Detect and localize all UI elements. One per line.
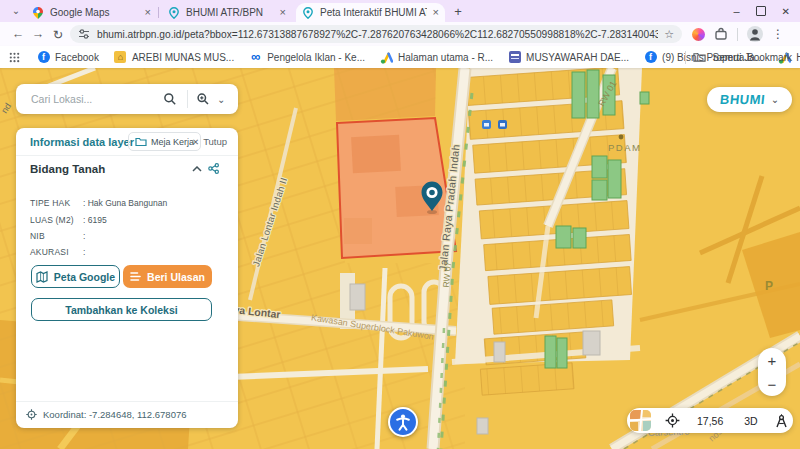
search-input[interactable] [29, 92, 161, 106]
tab-peta-interaktif-active[interactable]: Peta Interaktif BHUMI ATR/BPN × [296, 3, 445, 22]
label-pdam: PDAM [608, 142, 641, 153]
bookmark-label: Halaman utama - R... [398, 52, 493, 63]
field-label: LUAS (M2) [30, 215, 74, 225]
google-maps-favicon [32, 7, 44, 19]
search-card: ⌄ [16, 84, 238, 114]
url-text: bhumi.atrbpn.go.id/peta?bbox=112.6731388… [97, 29, 658, 40]
locate-icon[interactable] [665, 413, 680, 428]
tab-close-icon[interactable]: × [280, 7, 286, 18]
divider [737, 28, 738, 41]
musyawarah-icon [509, 51, 521, 63]
forward-button[interactable]: → [28, 27, 48, 41]
bookmark-pengelola-iklan[interactable]: ∞ Pengelola Iklan - Ke... [249, 51, 365, 64]
tab-label: BHUMI ATR/BPN [186, 7, 274, 18]
coordinate-row: Koordinat: -7.284648, 112.678076 [16, 401, 238, 428]
map-control-bar: 17,56 3D [627, 408, 793, 433]
layer-info-panel: Informasi data layer Meja Kerja ✕ Tutup … [16, 128, 238, 428]
bookmark-label: AREBI MUNAS MUS... [132, 52, 234, 63]
zoom-out-button[interactable]: − [768, 376, 777, 393]
window-minimize-button[interactable]: – [733, 5, 739, 17]
collapse-chevron-up-icon[interactable] [192, 166, 202, 172]
meja-kerja-button[interactable]: Meja Kerja [128, 132, 201, 151]
review-list-icon [130, 271, 141, 282]
bookmark-facebook[interactable]: f Facebook [37, 51, 99, 64]
bookmark-musyawarah[interactable]: MUSYAWARAH DAE... [508, 51, 629, 64]
field-value: : [83, 231, 85, 241]
tutup-button[interactable]: ✕ Tutup [192, 136, 227, 147]
bhumi-favicon [302, 7, 314, 19]
facebook-icon: f [645, 51, 657, 63]
chevron-down-icon: ⌄ [771, 94, 779, 105]
section-title: Bidang Tanah [30, 163, 105, 175]
bhumi-logo: BHUMI [719, 92, 766, 107]
field-label: AKURASI [30, 247, 69, 257]
tab-label: Peta Interaktif BHUMI ATR/BPN [320, 7, 427, 18]
facebook-icon: f [38, 51, 50, 63]
apps-grid-icon[interactable] [8, 51, 21, 64]
bookmark-label: Halaman utama - R... [796, 52, 800, 63]
accessibility-button[interactable] [388, 407, 418, 437]
divider [685, 51, 686, 64]
zoom-search-icon[interactable] [196, 92, 210, 106]
tutup-label: Tutup [203, 136, 227, 147]
mode-3d-button[interactable]: 3D [744, 415, 757, 427]
reload-button[interactable]: ↻ [48, 27, 68, 42]
bookmark-arebi[interactable]: ⌂ AREBI MUNAS MUS... [114, 51, 234, 64]
tab-close-icon[interactable]: × [433, 7, 439, 18]
peta-google-button[interactable]: Peta Google [31, 265, 120, 288]
window-maximize-button[interactable] [756, 6, 766, 16]
map-area: Jalan Lontar Indah II Jalan Raya Pradah … [0, 68, 800, 449]
bookmark-label: MUSYAWARAH DAE... [526, 52, 629, 63]
window-controls: – ✕ [733, 0, 796, 22]
tab-google-maps[interactable]: Google Maps × [26, 3, 157, 22]
field-value: : [83, 247, 85, 257]
bookmark-halaman-utama[interactable]: Halaman utama - R... [380, 51, 493, 64]
bookmark-label: Pengelola Iklan - Ke... [267, 52, 365, 63]
coordinate-text: Koordinat: -7.284648, 112.678076 [43, 409, 187, 420]
share-icon[interactable] [208, 163, 219, 174]
tambahkan-ke-koleksi-button[interactable]: Tambahkan ke Koleksi [31, 298, 212, 321]
tab-search-button[interactable]: ⌄ [8, 4, 24, 19]
field-label: TIPE HAK [30, 198, 70, 208]
tab-bhumi[interactable]: BHUMI ATR/BPN × [162, 3, 292, 22]
divider [16, 155, 238, 156]
crosshair-icon [26, 409, 37, 420]
meja-kerja-label: Meja Kerja [151, 137, 194, 147]
peta-google-label: Peta Google [54, 271, 115, 283]
workspace-folder-icon [135, 137, 147, 147]
address-bar[interactable]: bhumi.atrbpn.go.id/peta?bbox=112.6731388… [70, 25, 682, 43]
site-info-icon[interactable] [78, 28, 90, 40]
tab-strip: ⌄ Google Maps × BHUMI ATR/BPN × Peta Int… [0, 0, 800, 22]
close-icon: ✕ [192, 137, 199, 147]
browser-menu-icon[interactable]: ⋮ [772, 27, 784, 41]
basemap-thumbnail[interactable] [630, 410, 651, 431]
tab-label: Google Maps [50, 7, 139, 18]
bookmark-star-icon[interactable]: ☆ [664, 28, 674, 41]
toolbar-right: ⋮ [692, 26, 784, 42]
bhumi-favicon [168, 7, 180, 19]
bookmarks-bar: f Facebook ⌂ AREBI MUNAS MUS... ∞ Pengel… [0, 46, 800, 68]
new-tab-button[interactable]: + [449, 3, 467, 21]
zoom-in-button[interactable]: + [768, 352, 777, 369]
zoom-level-value: 17,56 [697, 415, 723, 427]
profile-avatar[interactable] [747, 26, 763, 42]
extensions-icon[interactable] [714, 27, 728, 41]
all-bookmarks-label: Semua Bookmark [713, 52, 792, 63]
arebi-icon: ⌂ [114, 51, 126, 63]
google-ads-icon [380, 51, 393, 64]
screenshot-root: { "browser": { "tabs": [ {"label": "Goog… [0, 0, 800, 449]
window-close-button[interactable]: ✕ [782, 6, 790, 17]
back-button[interactable]: ← [8, 27, 28, 41]
compass-icon[interactable] [775, 414, 788, 428]
all-bookmarks[interactable]: Semua Bookmark [685, 46, 792, 68]
beri-ulasan-label: Beri Ulasan [147, 271, 205, 283]
folder-icon [693, 51, 706, 64]
search-icon[interactable] [163, 92, 177, 106]
bhumi-logo-menu[interactable]: BHUMI ⌄ [707, 87, 792, 112]
beri-ulasan-button[interactable]: Beri Ulasan [123, 265, 212, 288]
chevron-down-icon[interactable]: ⌄ [217, 94, 225, 105]
field-value: : Hak Guna Bangunan [83, 198, 167, 208]
extension-colored-icon[interactable] [692, 28, 705, 41]
map-icon [36, 271, 48, 283]
tab-close-icon[interactable]: × [145, 7, 151, 18]
